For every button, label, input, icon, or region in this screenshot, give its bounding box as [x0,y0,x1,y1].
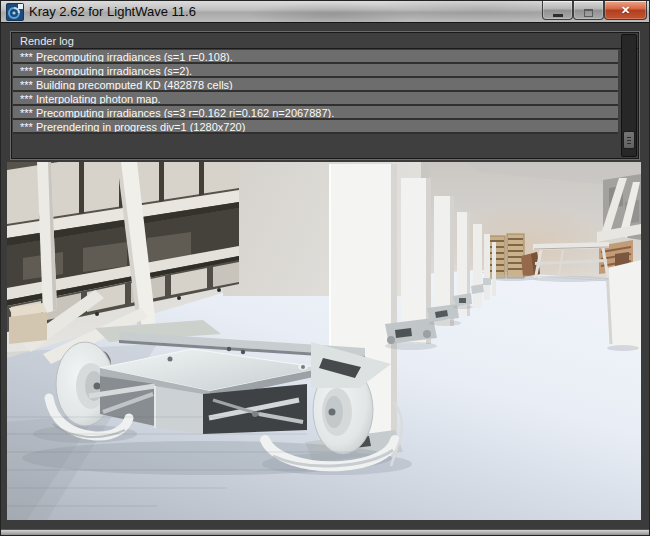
render-log-list: *** Precomputing irradiances (s=1 r=0.10… [13,50,618,134]
render-log-panel: Render log *** Precomputing irradiances … [11,32,639,159]
window-bottom-frame [1,529,649,535]
maximize-button[interactable] [573,1,604,20]
log-scrollbar-thumb[interactable] [623,131,635,149]
kray-render-window: Kray 2.62 for LightWave 11.6 ✕ Render lo… [0,0,650,536]
log-line[interactable]: *** Building precomputed KD (482878 cell… [13,78,618,92]
close-button[interactable]: ✕ [604,1,647,20]
minimize-button[interactable] [542,1,573,20]
maximize-icon [584,9,593,17]
log-line[interactable]: *** Interpolating photon map. [13,92,618,106]
window-controls: ✕ [542,1,647,20]
beige-crate [9,303,47,344]
log-line[interactable]: *** Precomputing irradiances (s=3 r=0.16… [13,106,618,120]
render-preview [7,162,641,520]
log-line[interactable]: *** Precomputing irradiances (s=2). [13,64,618,78]
log-scrollbar[interactable] [621,34,637,157]
log-line[interactable]: *** Prerendering in progress div=1 (1280… [13,120,618,134]
render-log-header: Render log [12,33,638,49]
close-icon: ✕ [605,1,646,19]
log-line[interactable]: *** Precomputing irradiances (s=1 r=0.10… [13,50,618,64]
titlebar: Kray 2.62 for LightWave 11.6 ✕ [1,1,649,23]
minimize-icon [553,14,563,17]
window-title: Kray 2.62 for LightWave 11.6 [29,1,196,23]
kray-app-icon [6,3,24,21]
